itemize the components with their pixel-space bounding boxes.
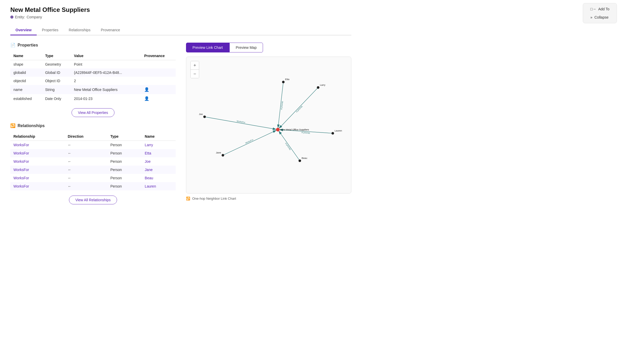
svg-text:New Metal Office Suppliers: New Metal Office Suppliers [280,128,309,131]
rel-direction: ← [65,182,107,190]
svg-point-19 [203,115,206,118]
svg-point-13 [276,128,280,131]
prop-provenance: 👤 [141,94,176,103]
svg-point-23 [299,159,301,162]
svg-line-5 [205,117,276,129]
svg-text:Lauren: Lauren [335,129,342,132]
chart-footer: 🔁 One-hop Neighbor Link Chart [186,197,351,200]
rel-name: Larry [142,141,176,149]
prop-provenance: 👤 [141,85,176,94]
properties-title: Properties [18,43,38,48]
prop-type: Global ID [42,68,71,77]
prop-value: 2014-01-23 [71,94,141,103]
prop-type: String [42,85,71,94]
prop-name: established [10,94,42,103]
properties-table-header: Name Type Value Provenance [10,52,176,60]
collapse-icon: » [590,15,592,19]
svg-text:Etta: Etta [285,78,290,81]
prop-value: {A228944F-0EF5-412A-B48... [71,68,141,77]
rel-name: Joe [142,157,176,166]
preview-map-button[interactable]: Preview Map [229,43,263,52]
tab-overview[interactable]: Overview [10,25,37,35]
prop-provenance [141,77,176,85]
rel-type: Person [107,141,142,149]
tab-relationships[interactable]: Relationships [64,25,96,35]
preview-link-chart-button[interactable]: Preview Link Chart [186,43,229,52]
prop-provenance [141,68,176,77]
works-for-link[interactable]: WorksFor [13,143,29,147]
view-all-relationships-button[interactable]: View All Relationships [69,196,117,204]
works-for-link[interactable]: WorksFor [13,168,29,172]
rel-relationship: WorksFor [10,157,65,166]
rel-name: Beau [142,174,176,182]
zoom-out-button[interactable]: − [191,70,199,78]
person-link[interactable]: Joe [145,159,151,164]
tab-properties[interactable]: Properties [37,25,64,35]
person-link[interactable]: Etta [145,151,151,155]
top-bar: □→ Add To » Collapse [583,3,617,23]
table-row: name String New Metal Office Suppliers 👤 [10,85,176,94]
add-to-icon: □→ [590,7,596,11]
svg-line-9 [279,131,299,160]
rel-type: Person [107,166,142,174]
person-link[interactable]: Jane [145,168,152,172]
table-row: objectid Object ID 2 [10,77,176,85]
rel-direction: ← [65,174,107,182]
rel-direction: ← [65,166,107,174]
view-all-properties-button[interactable]: View All Properties [72,108,114,117]
rel-direction: ← [65,149,107,157]
col-name: Name [10,52,42,60]
rel-type: Person [107,182,142,190]
prop-name: shape [10,60,42,69]
tab-provenance[interactable]: Provenance [96,25,125,35]
properties-header: 📄 Properties [10,43,176,48]
person-link[interactable]: Larry [145,143,153,147]
rel-relationship: WorksFor [10,141,65,149]
svg-text:Jane: Jane [216,151,221,154]
collapse-label: Collapse [594,15,608,19]
svg-line-7 [224,130,276,155]
zoom-in-button[interactable]: + [191,61,199,69]
collapse-button[interactable]: » Collapse [588,14,611,20]
prop-value: 2 [71,77,141,85]
col-type: Type [42,52,71,60]
col-value: Value [71,52,141,60]
provenance-icon: 👤 [144,87,149,92]
page-title: New Metal Office Suppliers [10,6,351,13]
svg-text:Joe: Joe [199,113,203,115]
left-panel: 📄 Properties Name Type Value Provenance [10,43,176,210]
relationships-header: 🔁 Relationships [10,123,176,128]
svg-point-21 [222,154,224,157]
svg-line-1 [279,88,317,128]
prop-value: New Metal Office Suppliers [71,85,141,94]
properties-icon: 📄 [10,43,16,48]
works-for-link[interactable]: WorksFor [13,159,29,164]
table-row: WorksFor ← Person Jane [10,166,176,174]
table-row: WorksFor ← Person Etta [10,149,176,157]
add-to-button[interactable]: □→ Add To [588,6,611,12]
person-link[interactable]: Beau [145,176,153,180]
prop-name: globalid [10,68,42,77]
properties-table: Name Type Value Provenance shape Geometr… [10,52,176,103]
col-direction: Direction [65,132,107,141]
rel-type: Person [107,157,142,166]
rel-relationship: WorksFor [10,166,65,174]
table-row: WorksFor ← Person Lauren [10,182,176,190]
person-link[interactable]: Lauren [145,184,156,188]
rel-relationship: WorksFor [10,174,65,182]
svg-text:Larry: Larry [320,84,325,86]
svg-point-25 [331,132,334,135]
rel-name: Etta [142,149,176,157]
rel-type: Person [107,149,142,157]
works-for-link[interactable]: WorksFor [13,151,29,155]
works-for-link[interactable]: WorksFor [13,176,29,180]
prop-name: objectid [10,77,42,85]
works-for-link[interactable]: WorksFor [13,184,29,188]
col-type: Type [107,132,142,141]
entity-dot-icon [10,16,13,19]
preview-button-group: Preview Link Chart Preview Map [186,43,351,52]
col-rel-name: Name [142,132,176,141]
svg-text:WorksFor: WorksFor [284,142,291,151]
prop-type: Date Only [42,94,71,103]
relationships-icon: 🔁 [10,123,16,128]
